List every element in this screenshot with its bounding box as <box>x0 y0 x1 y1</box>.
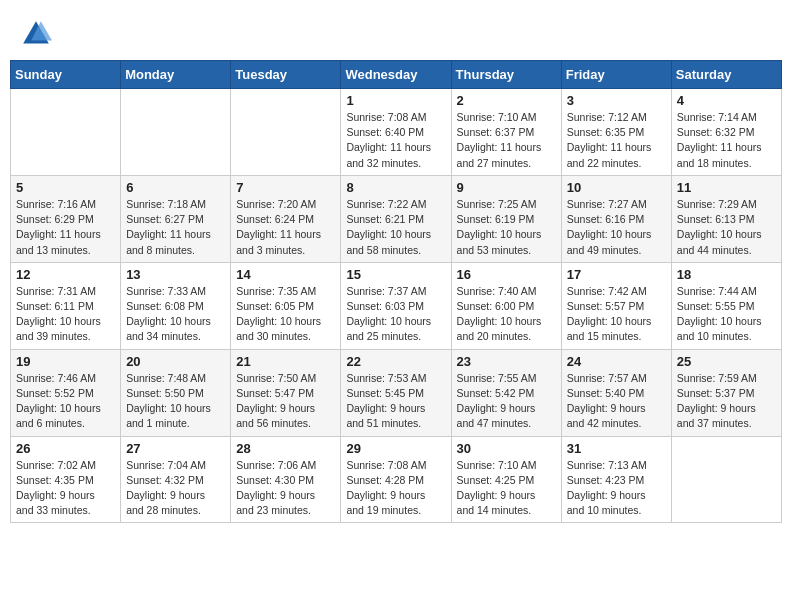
calendar-cell <box>11 89 121 176</box>
day-info: Sunrise: 7:25 AM Sunset: 6:19 PM Dayligh… <box>457 197 556 258</box>
day-number: 28 <box>236 441 335 456</box>
calendar-cell: 11Sunrise: 7:29 AM Sunset: 6:13 PM Dayli… <box>671 175 781 262</box>
day-info: Sunrise: 7:35 AM Sunset: 6:05 PM Dayligh… <box>236 284 335 345</box>
day-number: 27 <box>126 441 225 456</box>
calendar-cell <box>671 436 781 523</box>
day-info: Sunrise: 7:08 AM Sunset: 4:28 PM Dayligh… <box>346 458 445 519</box>
day-number: 24 <box>567 354 666 369</box>
calendar-cell: 1Sunrise: 7:08 AM Sunset: 6:40 PM Daylig… <box>341 89 451 176</box>
calendar-cell: 10Sunrise: 7:27 AM Sunset: 6:16 PM Dayli… <box>561 175 671 262</box>
weekday-header-cell: Tuesday <box>231 61 341 89</box>
calendar-cell: 2Sunrise: 7:10 AM Sunset: 6:37 PM Daylig… <box>451 89 561 176</box>
day-info: Sunrise: 7:29 AM Sunset: 6:13 PM Dayligh… <box>677 197 776 258</box>
day-number: 15 <box>346 267 445 282</box>
day-info: Sunrise: 7:31 AM Sunset: 6:11 PM Dayligh… <box>16 284 115 345</box>
calendar-week-row: 12Sunrise: 7:31 AM Sunset: 6:11 PM Dayli… <box>11 262 782 349</box>
day-info: Sunrise: 7:06 AM Sunset: 4:30 PM Dayligh… <box>236 458 335 519</box>
day-number: 5 <box>16 180 115 195</box>
day-number: 11 <box>677 180 776 195</box>
day-number: 29 <box>346 441 445 456</box>
day-info: Sunrise: 7:02 AM Sunset: 4:35 PM Dayligh… <box>16 458 115 519</box>
day-number: 21 <box>236 354 335 369</box>
calendar-cell: 21Sunrise: 7:50 AM Sunset: 5:47 PM Dayli… <box>231 349 341 436</box>
day-info: Sunrise: 7:27 AM Sunset: 6:16 PM Dayligh… <box>567 197 666 258</box>
calendar-cell: 15Sunrise: 7:37 AM Sunset: 6:03 PM Dayli… <box>341 262 451 349</box>
day-info: Sunrise: 7:55 AM Sunset: 5:42 PM Dayligh… <box>457 371 556 432</box>
day-number: 17 <box>567 267 666 282</box>
weekday-header-row: SundayMondayTuesdayWednesdayThursdayFrid… <box>11 61 782 89</box>
calendar-cell: 12Sunrise: 7:31 AM Sunset: 6:11 PM Dayli… <box>11 262 121 349</box>
day-number: 3 <box>567 93 666 108</box>
day-info: Sunrise: 7:16 AM Sunset: 6:29 PM Dayligh… <box>16 197 115 258</box>
calendar: SundayMondayTuesdayWednesdayThursdayFrid… <box>10 60 782 523</box>
day-number: 20 <box>126 354 225 369</box>
weekday-header-cell: Thursday <box>451 61 561 89</box>
day-number: 10 <box>567 180 666 195</box>
calendar-cell: 3Sunrise: 7:12 AM Sunset: 6:35 PM Daylig… <box>561 89 671 176</box>
page-header <box>10 10 782 56</box>
weekday-header-cell: Monday <box>121 61 231 89</box>
calendar-cell: 26Sunrise: 7:02 AM Sunset: 4:35 PM Dayli… <box>11 436 121 523</box>
day-info: Sunrise: 7:53 AM Sunset: 5:45 PM Dayligh… <box>346 371 445 432</box>
calendar-cell: 28Sunrise: 7:06 AM Sunset: 4:30 PM Dayli… <box>231 436 341 523</box>
day-info: Sunrise: 7:12 AM Sunset: 6:35 PM Dayligh… <box>567 110 666 171</box>
calendar-cell <box>231 89 341 176</box>
calendar-cell: 9Sunrise: 7:25 AM Sunset: 6:19 PM Daylig… <box>451 175 561 262</box>
day-number: 22 <box>346 354 445 369</box>
calendar-cell: 14Sunrise: 7:35 AM Sunset: 6:05 PM Dayli… <box>231 262 341 349</box>
day-info: Sunrise: 7:08 AM Sunset: 6:40 PM Dayligh… <box>346 110 445 171</box>
day-info: Sunrise: 7:10 AM Sunset: 6:37 PM Dayligh… <box>457 110 556 171</box>
calendar-cell: 19Sunrise: 7:46 AM Sunset: 5:52 PM Dayli… <box>11 349 121 436</box>
calendar-cell <box>121 89 231 176</box>
calendar-cell: 20Sunrise: 7:48 AM Sunset: 5:50 PM Dayli… <box>121 349 231 436</box>
day-info: Sunrise: 7:50 AM Sunset: 5:47 PM Dayligh… <box>236 371 335 432</box>
weekday-header-cell: Friday <box>561 61 671 89</box>
day-info: Sunrise: 7:44 AM Sunset: 5:55 PM Dayligh… <box>677 284 776 345</box>
day-number: 12 <box>16 267 115 282</box>
calendar-cell: 23Sunrise: 7:55 AM Sunset: 5:42 PM Dayli… <box>451 349 561 436</box>
day-info: Sunrise: 7:40 AM Sunset: 6:00 PM Dayligh… <box>457 284 556 345</box>
calendar-cell: 17Sunrise: 7:42 AM Sunset: 5:57 PM Dayli… <box>561 262 671 349</box>
day-info: Sunrise: 7:10 AM Sunset: 4:25 PM Dayligh… <box>457 458 556 519</box>
day-info: Sunrise: 7:42 AM Sunset: 5:57 PM Dayligh… <box>567 284 666 345</box>
day-info: Sunrise: 7:59 AM Sunset: 5:37 PM Dayligh… <box>677 371 776 432</box>
weekday-header-cell: Sunday <box>11 61 121 89</box>
day-info: Sunrise: 7:14 AM Sunset: 6:32 PM Dayligh… <box>677 110 776 171</box>
day-info: Sunrise: 7:20 AM Sunset: 6:24 PM Dayligh… <box>236 197 335 258</box>
day-number: 2 <box>457 93 556 108</box>
calendar-cell: 25Sunrise: 7:59 AM Sunset: 5:37 PM Dayli… <box>671 349 781 436</box>
calendar-cell: 31Sunrise: 7:13 AM Sunset: 4:23 PM Dayli… <box>561 436 671 523</box>
calendar-cell: 30Sunrise: 7:10 AM Sunset: 4:25 PM Dayli… <box>451 436 561 523</box>
day-number: 19 <box>16 354 115 369</box>
calendar-week-row: 19Sunrise: 7:46 AM Sunset: 5:52 PM Dayli… <box>11 349 782 436</box>
day-info: Sunrise: 7:22 AM Sunset: 6:21 PM Dayligh… <box>346 197 445 258</box>
day-number: 31 <box>567 441 666 456</box>
calendar-cell: 27Sunrise: 7:04 AM Sunset: 4:32 PM Dayli… <box>121 436 231 523</box>
calendar-cell: 29Sunrise: 7:08 AM Sunset: 4:28 PM Dayli… <box>341 436 451 523</box>
day-info: Sunrise: 7:18 AM Sunset: 6:27 PM Dayligh… <box>126 197 225 258</box>
day-info: Sunrise: 7:48 AM Sunset: 5:50 PM Dayligh… <box>126 371 225 432</box>
calendar-body: 1Sunrise: 7:08 AM Sunset: 6:40 PM Daylig… <box>11 89 782 523</box>
day-info: Sunrise: 7:13 AM Sunset: 4:23 PM Dayligh… <box>567 458 666 519</box>
logo <box>20 18 56 50</box>
day-info: Sunrise: 7:37 AM Sunset: 6:03 PM Dayligh… <box>346 284 445 345</box>
day-number: 4 <box>677 93 776 108</box>
day-number: 25 <box>677 354 776 369</box>
calendar-cell: 6Sunrise: 7:18 AM Sunset: 6:27 PM Daylig… <box>121 175 231 262</box>
day-number: 30 <box>457 441 556 456</box>
logo-icon <box>20 18 52 50</box>
calendar-cell: 5Sunrise: 7:16 AM Sunset: 6:29 PM Daylig… <box>11 175 121 262</box>
day-number: 14 <box>236 267 335 282</box>
calendar-cell: 7Sunrise: 7:20 AM Sunset: 6:24 PM Daylig… <box>231 175 341 262</box>
calendar-cell: 22Sunrise: 7:53 AM Sunset: 5:45 PM Dayli… <box>341 349 451 436</box>
day-number: 8 <box>346 180 445 195</box>
day-number: 26 <box>16 441 115 456</box>
day-number: 6 <box>126 180 225 195</box>
day-number: 9 <box>457 180 556 195</box>
calendar-cell: 4Sunrise: 7:14 AM Sunset: 6:32 PM Daylig… <box>671 89 781 176</box>
calendar-cell: 24Sunrise: 7:57 AM Sunset: 5:40 PM Dayli… <box>561 349 671 436</box>
day-number: 1 <box>346 93 445 108</box>
day-info: Sunrise: 7:33 AM Sunset: 6:08 PM Dayligh… <box>126 284 225 345</box>
calendar-cell: 8Sunrise: 7:22 AM Sunset: 6:21 PM Daylig… <box>341 175 451 262</box>
weekday-header-cell: Saturday <box>671 61 781 89</box>
